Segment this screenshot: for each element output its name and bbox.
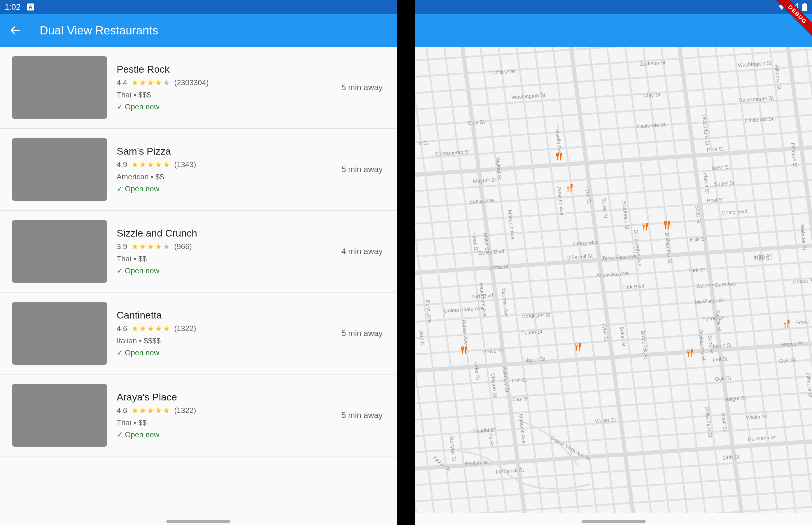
open-now: ✓Open now — [117, 184, 341, 193]
restaurant-thumbnail — [12, 220, 107, 283]
app-bar-right — [415, 14, 812, 47]
map-svg[interactable]: Jackson StPacific AveFillmore StWashingt… — [415, 47, 812, 513]
rating-value: 3.9 — [117, 242, 127, 251]
svg-line-55 — [676, 47, 746, 513]
star-icon: ★ — [139, 324, 147, 333]
check-icon: ✓ — [117, 430, 123, 439]
open-now: ✓Open now — [117, 266, 341, 275]
rating-value: 4.9 — [117, 160, 127, 169]
street-label: Golden Gate Ave — [793, 276, 812, 284]
distance-text: 5 min away — [341, 83, 385, 92]
distance-text: 5 min away — [341, 411, 385, 420]
svg-line-51 — [603, 47, 673, 513]
svg-rect-1 — [802, 4, 807, 11]
review-count: (966) — [174, 242, 192, 251]
street-label: Clay St — [468, 119, 485, 126]
street-label: rader St — [473, 361, 481, 380]
street-label: Ellis St — [690, 236, 706, 243]
star-icon: ★ — [131, 324, 138, 333]
street-label: Divisadero St — [664, 232, 673, 264]
restaurant-card[interactable]: Pestle Rock4.4★★★★★(2303304)Thai • $$$✓O… — [0, 47, 397, 129]
street-label: Anza St — [490, 264, 508, 271]
cuisine-price: Thai • $$ — [117, 254, 341, 264]
svg-rect-2 — [804, 3, 806, 4]
street-label: Oak St — [779, 357, 795, 364]
star-icon: ★ — [131, 242, 138, 251]
street-label: Fillmore St — [790, 142, 798, 168]
restaurant-card[interactable]: Araya's Place4.6★★★★★(1322)Thai • $$✓Ope… — [0, 375, 397, 456]
star-icon: ★ — [155, 324, 162, 333]
street-label: Turk St — [754, 255, 771, 262]
svg-line-53 — [639, 47, 709, 513]
street-label: McAllister St — [521, 312, 551, 320]
open-now: ✓Open now — [117, 430, 341, 439]
star-icon: ★ — [139, 406, 147, 415]
street-label: Post St — [707, 197, 724, 204]
svg-line-38 — [415, 47, 438, 513]
street-label: Divisadero St — [701, 114, 710, 146]
street-label: Terra Vista Ave — [602, 253, 637, 261]
street-label: Pine St — [707, 146, 724, 153]
restaurant-name: Araya's Place — [117, 391, 341, 403]
street-label: Fell St — [712, 356, 728, 363]
star-icon: ★ — [163, 406, 170, 415]
svg-line-49 — [567, 47, 637, 513]
restaurant-name: Sizzle and Crunch — [117, 227, 341, 239]
cuisine-price: Italian • $$$$ — [117, 336, 341, 345]
star-icon: ★ — [147, 242, 154, 251]
restaurant-card[interactable]: Sizzle and Crunch3.9★★★★★(966)Thai • $$✓… — [0, 211, 397, 292]
street-label: Presidio Ave — [554, 125, 563, 154]
restaurant-thumbnail — [12, 138, 107, 201]
street-label: Fillmore St — [805, 372, 812, 398]
map-view[interactable]: Jackson StPacific AveFillmore StWashingt… — [415, 47, 812, 513]
review-count: (2303304) — [174, 78, 209, 87]
star-icon: ★ — [147, 78, 154, 88]
star-icon: ★ — [163, 324, 170, 333]
restaurant-name: Sam's Pizza — [117, 146, 341, 157]
restaurant-thumbnail — [12, 302, 107, 365]
street-label: Turk Blvd — [471, 292, 494, 300]
back-button[interactable] — [9, 25, 21, 36]
home-indicator — [582, 520, 646, 523]
street-label: Geary Blvd — [478, 249, 504, 256]
street-label: Geary Blvd — [573, 239, 599, 247]
street-label: Golden Gate Ave — [443, 305, 484, 314]
star-icon: ★ — [163, 78, 170, 88]
street-label: Waller St — [746, 413, 767, 421]
street-label: Washington St — [738, 60, 772, 68]
open-now: ✓Open now — [117, 102, 341, 111]
star-icon: ★ — [155, 406, 162, 415]
street-label: Baker St — [601, 198, 609, 219]
street-label: Hayes St — [781, 340, 803, 348]
street-label: Haight St — [724, 395, 746, 403]
street-label: Clay St — [643, 92, 660, 99]
rating-line: 4.6★★★★★(1322) — [117, 324, 341, 333]
street-label: Masonic Ave — [507, 209, 516, 239]
open-now: ✓Open now — [117, 348, 341, 357]
street-label: Grove St — [796, 318, 812, 326]
restaurant-thumbnail — [12, 56, 107, 119]
clock-text: 1:02 — [5, 2, 21, 12]
street-label: Geary Blvd — [721, 208, 748, 216]
star-icon: ★ — [131, 406, 138, 415]
street-label: 14th St — [722, 454, 739, 461]
status-bar-right — [415, 0, 812, 14]
restaurant-card[interactable]: Cantinetta4.6★★★★★(1322)Italian • $$$$✓O… — [0, 292, 397, 375]
page-title: Dual View Restaurants — [40, 24, 158, 37]
star-icon: ★ — [131, 78, 138, 88]
star-icon: ★ — [155, 160, 162, 169]
street-label: Grove St — [482, 347, 503, 355]
street-label: Stanyan St — [449, 435, 457, 461]
restaurant-thumbnail — [12, 384, 107, 447]
street-label: Euclid Ave — [469, 197, 494, 205]
restaurant-card[interactable]: Sam's Pizza4.9★★★★★(1343)American • $$✓O… — [0, 129, 397, 211]
cuisine-price: American • $$ — [117, 172, 341, 181]
home-indicator — [166, 520, 230, 523]
restaurant-list[interactable]: Pestle Rock4.4★★★★★(2303304)Thai • $$$✓O… — [0, 47, 397, 513]
rating-line: 4.6★★★★★(1322) — [117, 406, 341, 415]
street-label: Parker Ave — [461, 319, 469, 345]
street-label: Baker St — [619, 326, 627, 347]
star-rating: ★★★★★ — [131, 78, 170, 88]
star-icon: ★ — [131, 160, 138, 169]
rating-line: 4.9★★★★★(1343) — [117, 160, 341, 169]
